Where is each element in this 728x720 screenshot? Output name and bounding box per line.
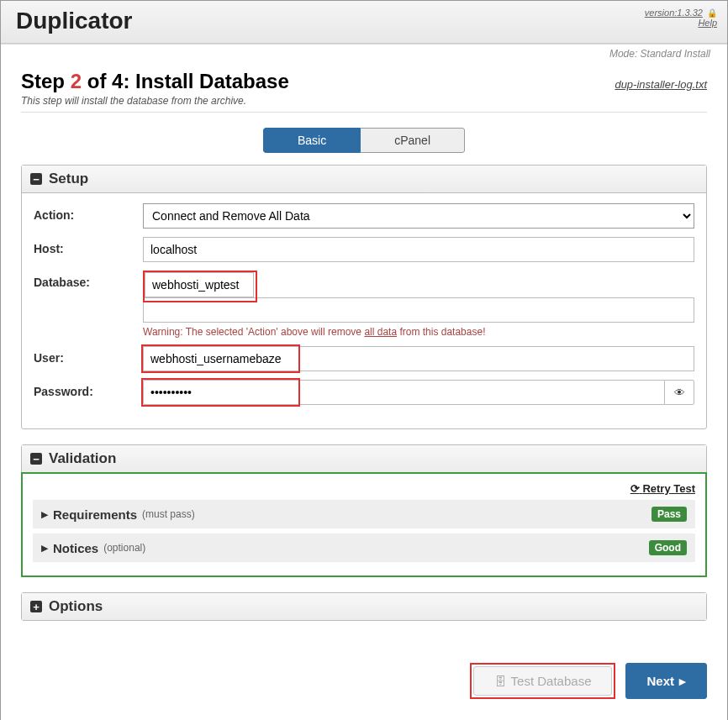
- host-input[interactable]: [143, 237, 694, 262]
- minus-icon: −: [30, 453, 42, 465]
- requirements-note: (must pass): [142, 508, 195, 520]
- test-database-button[interactable]: 🗄 Test Database: [473, 666, 613, 696]
- notices-row[interactable]: ▶ Notices (optional) Good: [33, 533, 695, 562]
- mode-line: Mode: Standard Install: [1, 44, 727, 60]
- next-button[interactable]: Next ▸: [625, 663, 707, 699]
- eye-icon: 👁: [674, 386, 685, 399]
- step-subtitle: This step will install the database from…: [21, 95, 289, 107]
- password-toggle[interactable]: 👁: [664, 380, 694, 405]
- options-panel-header[interactable]: + Options: [22, 593, 706, 620]
- validation-title: Validation: [49, 450, 116, 467]
- host-label: Host:: [34, 237, 143, 255]
- tab-cpanel[interactable]: cPanel: [361, 128, 465, 153]
- notices-badge: Good: [649, 540, 687, 555]
- password-label: Password:: [34, 380, 143, 398]
- tab-row: Basic cPanel: [21, 128, 707, 153]
- requirements-row[interactable]: ▶ Requirements (must pass) Pass: [33, 500, 695, 528]
- database-input[interactable]: [145, 272, 254, 297]
- action-select[interactable]: Connect and Remove All Data: [143, 203, 694, 229]
- plus-icon: +: [30, 601, 42, 612]
- validation-panel-header[interactable]: − Validation: [22, 445, 706, 473]
- refresh-icon: ⟳: [630, 482, 640, 495]
- brand-title: Duplicator: [16, 8, 132, 34]
- user-label: User:: [34, 346, 143, 365]
- notices-note: (optional): [103, 542, 145, 554]
- step-number: 2: [71, 70, 82, 92]
- step-header: Step 2 of 4: Install Database This step …: [21, 70, 707, 113]
- validation-panel: − Validation ⟳ Retry Test ▶ Requirements…: [21, 444, 707, 577]
- database-icon: 🗄: [494, 675, 506, 688]
- help-link[interactable]: Help: [698, 18, 717, 28]
- user-input[interactable]: [143, 346, 694, 371]
- header-right: version:1.3.32 🔒 Help: [645, 8, 717, 28]
- requirements-badge: Pass: [652, 507, 687, 522]
- lock-icon: 🔒: [707, 8, 717, 18]
- database-label: Database:: [34, 271, 143, 289]
- header: Duplicator version:1.3.32 🔒 Help: [1, 1, 727, 44]
- all-data-link[interactable]: all data: [364, 326, 397, 338]
- retry-test-link[interactable]: ⟳ Retry Test: [630, 482, 695, 495]
- password-input[interactable]: [143, 380, 664, 405]
- database-warning: Warning: The selected 'Action' above wil…: [143, 326, 694, 338]
- options-title: Options: [49, 598, 103, 615]
- footer-buttons: 🗄 Test Database Next ▸: [21, 663, 707, 699]
- setup-title: Setup: [49, 171, 88, 187]
- tab-basic[interactable]: Basic: [263, 128, 361, 153]
- setup-panel: − Setup Action: Connect and Remove All D…: [21, 165, 707, 429]
- version-link[interactable]: version:1.3.32: [645, 8, 703, 18]
- step-title: Step 2 of 4: Install Database: [21, 70, 289, 93]
- minus-icon: −: [30, 173, 42, 185]
- caret-right-icon: ▶: [41, 543, 48, 554]
- caret-right-icon: ▶: [41, 509, 48, 520]
- caret-right-icon: ▸: [679, 674, 686, 689]
- setup-panel-header[interactable]: − Setup: [22, 166, 706, 193]
- requirements-title: Requirements: [53, 507, 137, 522]
- notices-title: Notices: [53, 541, 98, 555]
- installer-log-link[interactable]: dup-installer-log.txt: [615, 78, 707, 91]
- action-label: Action:: [34, 203, 143, 222]
- options-panel: + Options: [21, 592, 707, 621]
